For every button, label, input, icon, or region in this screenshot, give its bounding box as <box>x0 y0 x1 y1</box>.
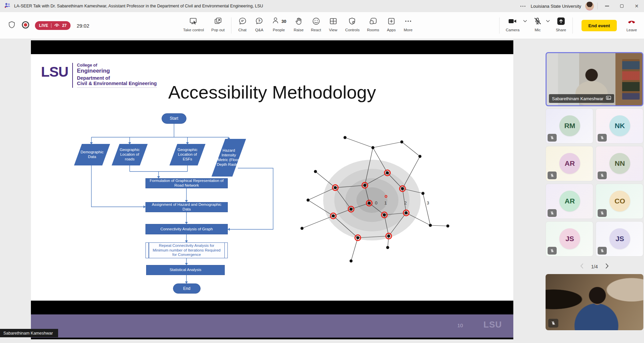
avatar: AR <box>559 191 580 212</box>
mic-muted-icon <box>533 15 542 27</box>
network-center-marker <box>385 195 387 197</box>
react-smiley-icon <box>311 15 321 27</box>
more-button[interactable]: More <box>400 12 417 39</box>
slide-title: Accessibility Methodology <box>31 82 513 103</box>
titlebar: LA-SEER Talk with Dr. Sabarethinam Kames… <box>0 0 644 12</box>
flowchart-statistical-analysis: Statistical Analysis <box>146 265 225 275</box>
ring-label-2: 2 <box>404 200 407 205</box>
share-icon <box>556 15 566 27</box>
live-badge: LIVE 27 <box>35 21 71 30</box>
slide-page-number: 10 <box>457 322 463 328</box>
titlebar-more-options-icon[interactable] <box>515 6 531 7</box>
ring-label-3: 3 <box>427 200 429 205</box>
restore-button[interactable] <box>614 0 629 12</box>
take-control-icon <box>189 15 198 27</box>
end-event-button[interactable]: End event <box>582 20 617 31</box>
qna-button[interactable]: ? Q&A <box>251 12 268 39</box>
pop-out-icon <box>213 15 223 27</box>
attendee-video[interactable] <box>546 274 643 330</box>
participant-tile[interactable]: RM <box>546 108 593 144</box>
minimize-button[interactable] <box>600 0 614 12</box>
share-button[interactable]: Share <box>552 12 570 39</box>
react-button[interactable]: React <box>307 12 325 39</box>
participant-tile[interactable]: CO <box>596 184 643 219</box>
flowchart-geographic-esfs: Geographic Location of ESFs <box>169 144 206 165</box>
mic-button[interactable]: Mic <box>529 12 546 39</box>
meeting-timer: 29:02 <box>77 23 89 29</box>
apps-plus-icon <box>387 15 396 27</box>
chat-button[interactable]: Chat <box>234 12 251 39</box>
slide-footer-lsu-logo: LSU <box>483 319 502 330</box>
camera-button[interactable]: Camera <box>502 12 523 39</box>
live-label: LIVE <box>39 23 48 28</box>
road-network-diagram: 0 1 2 3 <box>300 135 454 269</box>
more-dots-icon <box>403 15 413 27</box>
viewers-eye-icon <box>54 23 59 29</box>
shield-icon <box>7 20 16 31</box>
mic-muted-badge <box>548 247 557 255</box>
presentation-slide: LSU College of Engineering Department of… <box>31 54 513 301</box>
pager-next-icon[interactable] <box>605 263 609 270</box>
participant-tile[interactable]: JS <box>596 221 643 257</box>
participant-tile[interactable]: NN <box>596 146 643 181</box>
pager-prev-icon[interactable] <box>580 263 584 270</box>
mic-muted-badge <box>598 172 607 179</box>
view-grid-icon <box>329 15 338 27</box>
take-control-button[interactable]: Take control <box>179 12 208 39</box>
qna-icon: ? <box>255 15 264 27</box>
flowchart-geographic-roads: Geographic Location of roads <box>112 144 148 165</box>
ring-label-1: 1 <box>384 200 387 205</box>
raise-hand-button[interactable]: Raise <box>290 12 307 39</box>
window-title: LA-SEER Talk with Dr. Sabarethinam Kames… <box>14 4 263 8</box>
mic-muted-badge <box>548 209 557 217</box>
controls-button[interactable]: Controls <box>342 12 363 39</box>
flowchart-start: Start <box>162 113 186 124</box>
bookshelf-background <box>622 59 640 100</box>
avatar: AR <box>559 153 580 174</box>
pager-count: 1/4 <box>591 264 598 269</box>
presenter-name-tag: Sabarethinam Kameshwar <box>0 329 58 337</box>
mic-muted-badge <box>548 172 557 179</box>
meeting-toolbar: LIVE 27 29:02 Take control Pop out <box>0 12 644 39</box>
viewer-count: 27 <box>62 23 67 28</box>
mic-muted-badge <box>598 209 607 217</box>
view-button[interactable]: View <box>325 12 342 39</box>
org-name: Louisiana State University <box>531 4 581 9</box>
camera-icon <box>508 15 518 27</box>
leave-button[interactable]: Leave <box>623 12 641 39</box>
participant-tile[interactable]: NK <box>596 108 643 144</box>
user-avatar[interactable] <box>585 2 594 10</box>
avatar: CO <box>609 191 630 212</box>
pop-out-button[interactable]: Pop out <box>208 12 228 39</box>
people-count: 30 <box>282 19 286 24</box>
mic-muted-badge <box>548 134 557 142</box>
active-speaker-video[interactable]: Sabarethinam Kameshwar <box>546 52 643 106</box>
flowchart-end: End <box>173 283 201 294</box>
people-button[interactable]: 30 People <box>268 12 290 39</box>
flowchart-formulation: Formulation of Graphical Representation … <box>145 178 228 188</box>
avatar: JS <box>559 228 580 249</box>
participants-pager: 1/4 <box>546 262 643 272</box>
flowchart-assignment: Assignment of Hazard and Demographic Dat… <box>145 202 228 212</box>
controls-shield-gear-icon <box>348 15 357 27</box>
participant-tile[interactable]: JS <box>546 221 593 257</box>
flowchart-demographic-data: Demographic Data <box>74 144 110 165</box>
record-indicator-icon[interactable] <box>21 20 30 31</box>
participant-tile[interactable]: AR <box>546 146 593 181</box>
mic-muted-badge <box>548 319 558 328</box>
close-button[interactable]: ✕ <box>629 0 644 12</box>
shared-content-stage: LSU College of Engineering Department of… <box>31 40 513 339</box>
avatar: JS <box>609 228 630 249</box>
camera-options-chevron[interactable] <box>523 12 529 39</box>
rooms-button[interactable]: Rooms <box>363 12 383 39</box>
flowchart-connectivity: Connectivity Analysis of Graph <box>145 224 228 234</box>
participant-tile[interactable]: AR <box>546 184 593 219</box>
apps-button[interactable]: Apps <box>383 12 400 39</box>
chat-icon <box>238 15 247 27</box>
flowchart-hazard-intensity: Hazard Intensity Metric (Flood Depth Ras… <box>212 139 246 177</box>
teams-meeting-window: LA-SEER Talk with Dr. Sabarethinam Kames… <box>0 0 644 343</box>
slide-footer-bar: 10 LSU <box>31 314 513 338</box>
mic-options-chevron[interactable] <box>546 12 552 39</box>
svg-text:?: ? <box>258 19 260 23</box>
mic-muted-badge <box>598 134 607 142</box>
